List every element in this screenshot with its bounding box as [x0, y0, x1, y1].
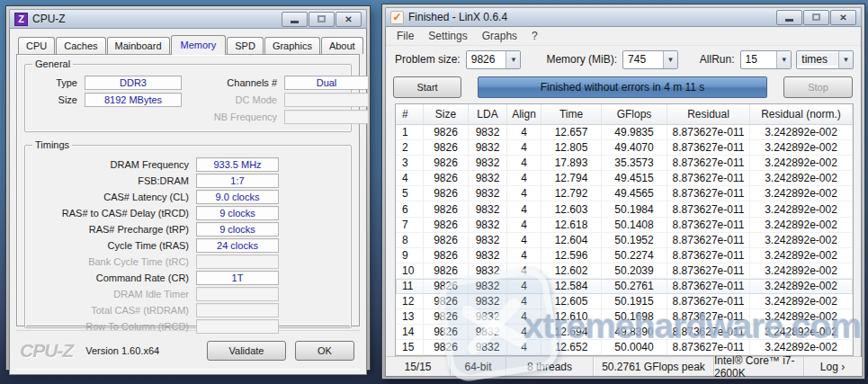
progress-bar: Finished without errors in 4 m 11 s: [478, 76, 767, 98]
status-run-progress: 15/15: [386, 357, 451, 376]
table-row[interactable]: 1298269832412.60550.19158.873627e-0113.2…: [396, 294, 853, 309]
table-cell: 12.602: [541, 263, 602, 279]
table-cell: 12.610: [541, 309, 602, 325]
table-row[interactable]: 398269832417.89335.35738.873627e-0113.24…: [396, 156, 853, 171]
tab-memory[interactable]: Memory: [171, 35, 227, 55]
table-cell: 12.794: [541, 171, 602, 186]
table-cell: 9826: [424, 294, 469, 309]
tab-graphics[interactable]: Graphics: [264, 37, 320, 54]
table-cell: 8.873627e-011: [667, 186, 750, 201]
table-cell: 17.893: [541, 156, 602, 171]
tab-mainboard[interactable]: Mainboard: [107, 37, 170, 54]
table-cell: 12.618: [541, 218, 602, 233]
results-body: 198269832412.65749.98358.873627e-0113.24…: [396, 125, 853, 355]
table-row[interactable]: 898269832412.60450.19528.873627e-0113.24…: [396, 233, 853, 248]
table-row[interactable]: 498269832412.79449.45158.873627e-0113.24…: [396, 171, 853, 186]
cpuz-titlebar[interactable]: Z CPU-Z ✕: [9, 9, 367, 29]
status-gflops-peak: 50.2761 GFlops peak: [594, 357, 714, 376]
table-cell: 4: [507, 125, 541, 140]
timing-label: Total CAS# (tRDRAM): [25, 305, 196, 316]
problem-size-select[interactable]: 9826 ▼: [466, 50, 522, 69]
tab-spd[interactable]: SPD: [227, 37, 264, 54]
table-cell: 11: [396, 279, 424, 294]
table-cell: 9826: [424, 309, 469, 325]
start-button[interactable]: Start: [393, 76, 461, 98]
tab-cpu[interactable]: CPU: [18, 37, 55, 54]
run-unit-select[interactable]: times ▼: [796, 50, 854, 69]
log-button[interactable]: Log ›: [804, 357, 861, 376]
minimize-icon[interactable]: [282, 12, 308, 27]
maximize-icon[interactable]: [803, 10, 829, 25]
menu-help[interactable]: ?: [524, 28, 545, 44]
table-row[interactable]: 598269832412.79249.45658.873627e-0113.24…: [396, 186, 853, 201]
table-cell: 9832: [469, 279, 507, 294]
linx-window: ✓ Finished - LinX 0.6.4 ✕ FileSettingsGr…: [381, 4, 865, 380]
timing-label: RAS# to CAS# Delay (tRCD): [25, 208, 196, 219]
table-cell: 12.584: [541, 279, 602, 294]
table-cell: 50.2761: [602, 279, 667, 294]
table-cell: 50.1698: [602, 309, 667, 325]
status-cpu-name: Intel® Core™ i7-2600K: [714, 357, 804, 376]
menu-settings[interactable]: Settings: [421, 28, 474, 44]
table-cell: 14: [396, 325, 424, 340]
linx-toolbar: Problem size: 9826 ▼ Memory (MiB): 745 ▼…: [386, 46, 861, 73]
memory-select[interactable]: 745 ▼: [622, 50, 678, 69]
close-icon[interactable]: ✕: [336, 12, 362, 27]
timing-value: [196, 287, 279, 301]
table-cell: 3.242892e-002: [750, 248, 853, 263]
table-cell: 12: [396, 294, 424, 309]
table-row[interactable]: 1498269832412.69449.83908.873627e-0113.2…: [396, 325, 853, 340]
table-cell: 4: [507, 233, 541, 248]
linx-titlebar[interactable]: ✓ Finished - LinX 0.6.4 ✕: [385, 7, 862, 27]
menu-file[interactable]: File: [389, 28, 421, 44]
table-cell: 13: [396, 309, 424, 325]
table-cell: 12.694: [541, 325, 602, 340]
linx-run-row: Start Finished without errors in 4 m 11 …: [386, 73, 861, 102]
table-cell: 3.242892e-002: [750, 294, 853, 309]
table-cell: 3.242892e-002: [750, 201, 853, 217]
cpuz-app-icon: Z: [14, 13, 28, 26]
table-cell: 3.242892e-002: [750, 263, 853, 279]
run-count-value: 15: [741, 53, 777, 66]
table-cell: 1: [396, 125, 424, 140]
table-row[interactable]: 298269832412.80549.40708.873627e-0113.24…: [396, 140, 853, 156]
linx-menubar: FileSettingsGraphs?: [386, 27, 861, 46]
table-row[interactable]: 1398269832412.61050.16988.873627e-0113.2…: [396, 309, 853, 325]
memory-tab-page: General Type DDR3 Channels # Dual Size 8…: [16, 54, 360, 326]
run-count-select[interactable]: 15 ▼: [740, 50, 792, 69]
validate-button[interactable]: Validate: [207, 341, 286, 361]
timing-value: 9.0 clocks: [196, 190, 279, 204]
table-row[interactable]: 998269832412.59650.22748.873627e-0113.24…: [396, 248, 853, 263]
timing-value: [196, 319, 279, 334]
menu-graphs[interactable]: Graphs: [475, 28, 524, 44]
stop-button[interactable]: Stop: [783, 76, 853, 98]
tab-caches[interactable]: Caches: [56, 37, 105, 54]
table-cell: 9: [396, 248, 424, 263]
table-cell: 9826: [424, 325, 469, 340]
channels-value: Dual: [284, 76, 369, 90]
table-cell: 9826: [424, 233, 469, 248]
table-cell: 3.242892e-002: [750, 233, 853, 248]
table-row[interactable]: 198269832412.65749.98358.873627e-0113.24…: [396, 125, 853, 140]
minimize-icon[interactable]: [776, 10, 802, 25]
table-row[interactable]: 1198269832412.58450.27618.873627e-0113.2…: [396, 279, 853, 294]
close-icon[interactable]: ✕: [830, 10, 856, 25]
tab-about[interactable]: About: [321, 37, 363, 54]
table-cell: 12.603: [541, 201, 602, 217]
dc-mode-label: DC Mode: [187, 94, 277, 105]
maximize-icon[interactable]: [309, 12, 335, 27]
column-header: Residual (norm.): [750, 104, 853, 124]
table-row[interactable]: 1598269832412.65250.00408.873627e-0113.2…: [396, 340, 853, 355]
table-row[interactable]: 1098269832412.60250.20398.873627e-0113.2…: [396, 263, 853, 279]
timing-label: DRAM Frequency: [25, 159, 196, 170]
table-row[interactable]: 698269832412.60350.19848.873627e-0113.24…: [396, 201, 853, 217]
results-table: #SizeLDAAlignTimeGFlopsResidualResidual …: [395, 103, 854, 356]
cpuz-window: Z CPU-Z ✕ CPUCachesMainboardMemorySPDGra…: [5, 5, 371, 371]
table-cell: 35.3573: [602, 156, 667, 171]
column-header: Align: [507, 104, 541, 124]
table-cell: 4: [507, 186, 541, 201]
ok-button[interactable]: OK: [295, 341, 354, 361]
table-cell: 10: [396, 263, 424, 279]
channels-label: Channels #: [187, 77, 277, 88]
table-row[interactable]: 798269832412.61850.14088.873627e-0113.24…: [396, 218, 853, 233]
